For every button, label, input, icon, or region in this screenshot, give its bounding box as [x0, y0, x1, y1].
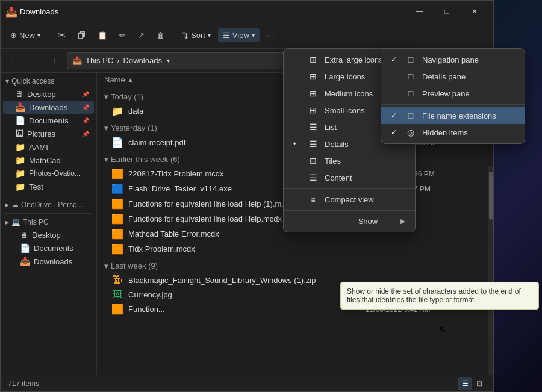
- sidebar: ▾ Quick access 🖥 Desktop 📌 📥 Downloads 📌…: [1, 73, 97, 375]
- sidebar-this-pc-downloads[interactable]: 📥 Downloads: [3, 255, 94, 268]
- show-preview-pane[interactable]: □ Preview pane: [381, 85, 525, 102]
- up-button[interactable]: ↑: [46, 52, 63, 69]
- pc-documents-label: Documents: [34, 244, 73, 253]
- show-hidden-items[interactable]: ✓ ◎ Hidden items: [381, 124, 525, 141]
- view-tiles[interactable]: ⊟ Tiles: [284, 152, 415, 169]
- sort-chevron: ▾: [208, 32, 211, 39]
- status-bar: 717 items ☰ ⊟: [1, 375, 493, 391]
- desktop-pin-icon: 📌: [82, 91, 89, 98]
- file-row-tidx2[interactable]: 🟧 Tidx Problem.mcdx: [97, 241, 493, 257]
- file-name-blackmagic: Blackmagic_Fairlight_Sound_Library_Windo…: [128, 276, 361, 285]
- large-icon: ⊞: [308, 72, 319, 81]
- check-details: •: [293, 140, 302, 148]
- sidebar-item-mathcad[interactable]: 📁 MathCad: [3, 154, 94, 167]
- mcdx-icon-5: 🟧: [111, 243, 123, 255]
- tooltip-box: Show or hide the set of characters added…: [340, 282, 539, 310]
- detail-view-button[interactable]: ⊟: [473, 377, 486, 390]
- quick-access-label: Quick access: [11, 77, 54, 86]
- cut-icon: ✂: [58, 30, 66, 41]
- new-button[interactable]: ⊕ New ▾: [5, 28, 45, 42]
- view-chevron: ▾: [252, 32, 255, 39]
- copy-button[interactable]: 🗍: [73, 28, 90, 42]
- group-last-week[interactable]: ▾ Last week (9): [97, 257, 493, 273]
- onedrive-group[interactable]: ▸ ☁ OneDrive - Perso...: [1, 199, 96, 211]
- sidebar-this-pc-desktop[interactable]: 🖥 Desktop: [3, 228, 94, 241]
- back-button[interactable]: ←: [5, 52, 22, 69]
- sidebar-item-aami[interactable]: 📁 AAMI: [3, 140, 94, 154]
- sidebar-this-pc-documents[interactable]: 📄 Documents: [3, 241, 94, 255]
- pictures-pin-icon: 📌: [82, 131, 89, 137]
- delete-button[interactable]: 🗑: [152, 28, 169, 42]
- mcdx-icon-6: 🟧: [111, 303, 123, 315]
- view-menu-sep: [284, 188, 415, 189]
- sidebar-divider-2: [5, 213, 92, 214]
- new-label: New: [19, 31, 35, 40]
- group-last-week-label: Last week (9): [111, 261, 158, 270]
- file-ext-label: File name extensions: [422, 111, 496, 120]
- hidden-items-label: Hidden items: [422, 128, 468, 137]
- maximize-button[interactable]: □: [433, 1, 461, 22]
- sidebar-documents-label: Documents: [29, 116, 69, 125]
- show-details-pane[interactable]: □ Details pane: [381, 68, 525, 85]
- sort-button[interactable]: ⇅ Sort ▾: [177, 28, 216, 42]
- tiles-label: Tiles: [325, 157, 341, 166]
- file-name-function-cut: Function...: [128, 305, 361, 314]
- this-pc-label: This PC: [23, 218, 49, 226]
- content-icon: ☰: [308, 173, 319, 182]
- view-toggle-buttons: ☰ ⊟: [458, 377, 486, 390]
- details-label: Details: [325, 140, 349, 149]
- cut-button[interactable]: ✂: [53, 27, 70, 43]
- sidebar-mathcad-label: MathCad: [29, 156, 61, 165]
- more-button[interactable]: ···: [262, 28, 278, 42]
- sidebar-item-photos-ovatio[interactable]: 📁 Photos-Ovatio...: [3, 167, 94, 180]
- sidebar-item-desktop[interactable]: 🖥 Desktop 📌: [3, 87, 94, 101]
- close-button[interactable]: ✕: [461, 1, 488, 22]
- file-ext-icon: □: [405, 111, 416, 120]
- sidebar-aami-label: AAMI: [29, 143, 48, 152]
- onedrive-label: OneDrive - Perso...: [21, 201, 83, 209]
- extra-large-icon: ⊞: [308, 55, 319, 64]
- sidebar-divider-1: [5, 196, 92, 196]
- quick-access-group[interactable]: ▾ Quick access: [1, 75, 96, 87]
- view-content[interactable]: ☰ Content: [284, 169, 415, 186]
- new-chevron: ▾: [37, 32, 40, 39]
- pc-documents-icon: 📄: [20, 243, 30, 253]
- compact-icon: ≡: [308, 196, 319, 204]
- forward-button[interactable]: →: [26, 52, 43, 69]
- sidebar-item-test[interactable]: 📁 Test: [3, 180, 94, 193]
- scrollbar-thumb[interactable]: [489, 172, 493, 220]
- name-header-label: Name: [104, 75, 125, 84]
- show-file-extensions[interactable]: ✓ □ File name extensions: [381, 107, 525, 124]
- sidebar-item-pictures[interactable]: 🖼 Pictures 📌: [3, 127, 94, 140]
- sidebar-item-downloads[interactable]: 📥 Downloads 📌: [3, 101, 94, 114]
- group-last-week-arrow: ▾: [104, 261, 108, 270]
- preview-pane-icon: □: [405, 89, 416, 98]
- share-button[interactable]: ↗: [133, 28, 149, 42]
- view-compact[interactable]: ≡ Compact view: [284, 191, 415, 208]
- view-show-submenu-trigger[interactable]: Show ▶: [284, 213, 415, 229]
- view-label: View: [232, 31, 249, 40]
- large-label: Large icons: [325, 72, 365, 81]
- group-today-label: Today (1): [111, 92, 143, 101]
- scrollbar[interactable]: [488, 166, 493, 375]
- minimize-button[interactable]: —: [405, 1, 433, 22]
- paste-icon: 📋: [98, 31, 107, 40]
- mcdx-icon-1: 🟧: [111, 168, 123, 179]
- sidebar-item-documents[interactable]: 📄 Documents 📌: [3, 114, 94, 127]
- tooltip-text: Show or hide the set of characters added…: [347, 287, 521, 304]
- view-icon: ☰: [223, 31, 230, 40]
- window-controls: — □ ✕: [405, 1, 488, 22]
- address-dropdown-arrow[interactable]: ▾: [167, 57, 170, 64]
- exe-icon: 🟦: [111, 183, 123, 194]
- downloads-pin-icon: 📌: [82, 104, 89, 111]
- downloads-icon: 📥: [15, 102, 25, 112]
- paste-button[interactable]: 📋: [93, 28, 112, 42]
- rename-button[interactable]: ✏: [114, 28, 131, 42]
- view-button[interactable]: ☰ View ▾: [218, 28, 260, 42]
- onedrive-arrow: ▸: [5, 201, 9, 209]
- copy-icon: 🗍: [78, 31, 86, 40]
- this-pc-group[interactable]: ▸ 💻 This PC: [1, 216, 96, 228]
- group-yesterday-label: Yesterday (1): [111, 123, 157, 132]
- show-nav-pane[interactable]: ✓ □ Navigation pane: [381, 51, 525, 68]
- list-view-button[interactable]: ☰: [458, 377, 472, 390]
